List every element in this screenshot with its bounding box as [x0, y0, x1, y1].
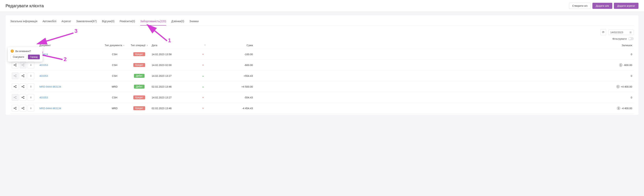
calendar-icon: ▦: [630, 31, 632, 34]
tabs: Загальна інформаціяАвтомобіліАгрегатЗамо…: [10, 20, 634, 26]
date-input[interactable]: 14/02/2023 ▦: [608, 30, 634, 35]
table-row: i403353CSHДебет14.02.2023 13:27▲+554.430: [10, 71, 634, 81]
table-row: i403424CSHКредит14.02.2023 13:58▼-100.00…: [10, 49, 634, 60]
row-action-node-2[interactable]: [20, 83, 26, 90]
doc-type-cell: CSH: [101, 71, 128, 81]
caret-down-icon: ▼: [202, 53, 204, 55]
popover-ok-button[interactable]: Гаразд: [28, 55, 40, 59]
annotation-3: 3: [74, 28, 78, 34]
col-date: Дата ▾: [150, 42, 211, 49]
svg-point-21: [22, 86, 22, 87]
tab[interactable]: Реквізити(0): [120, 20, 135, 25]
doc-type-cell: CSH: [101, 49, 128, 60]
tab[interactable]: Автомобілі: [42, 20, 56, 25]
row-action-node-1[interactable]: [12, 105, 18, 111]
doc-type-cell: CSH: [101, 92, 128, 103]
balance-cell: 0: [254, 49, 634, 60]
date-value: 14/02/2023: [610, 31, 623, 34]
popover-title: ! Ви впевнені?: [11, 49, 40, 53]
table-row: i403353CSHКредит14.02.2023 13:27▼-554.43…: [10, 92, 634, 103]
filter-toggle[interactable]: [628, 37, 634, 40]
svg-point-30: [14, 108, 14, 109]
popover-cancel-button[interactable]: Скасувати: [11, 55, 26, 59]
row-action-node-1[interactable]: [12, 83, 18, 90]
page-header: Редагувати клієнта Створити н/з Додати а…: [0, 0, 644, 12]
caret-up-icon: ▲: [202, 86, 204, 88]
cash-icon: $: [616, 85, 620, 88]
balance-cell: $-4 400.00: [254, 103, 634, 114]
balance-cell: 0: [254, 71, 634, 81]
table-row: iMRD-9444-963134MRDДебет02.02.2023 13:46…: [10, 81, 634, 92]
add-aggregate-button[interactable]: Додати агрегат: [614, 3, 638, 9]
svg-point-9: [22, 65, 22, 65]
tab[interactable]: Знижки: [189, 20, 198, 25]
col-balance: Залишок: [254, 42, 634, 49]
row-action-info[interactable]: i: [28, 83, 34, 90]
row-action-node-2[interactable]: [20, 94, 26, 101]
row-action-node-1: [12, 73, 18, 79]
document-link[interactable]: 403353: [40, 64, 48, 67]
debt-table: Документ Тип документа▾ Тип операції▾ Да…: [10, 42, 634, 114]
sum-cell: -600.00: [211, 60, 254, 71]
document-link[interactable]: 403353: [40, 96, 48, 99]
toolbar: ⟳ 14/02/2023 ▦: [10, 29, 634, 35]
row-action-info[interactable]: i: [28, 62, 34, 68]
doc-type-cell: CSH: [101, 60, 128, 71]
balance-cell: $-600.00: [254, 60, 634, 71]
page-title: Редагувати клієнта: [6, 3, 44, 8]
op-badge: Кредит: [133, 106, 145, 110]
svg-point-27: [22, 97, 22, 98]
cash-icon: $: [619, 63, 622, 67]
document-link[interactable]: MRD-9444-963134: [40, 85, 61, 88]
row-action-info[interactable]: i: [28, 105, 34, 111]
col-document: Документ: [38, 42, 101, 49]
sum-cell: +554.43: [211, 71, 254, 81]
op-badge: Дебет: [134, 85, 144, 89]
create-order-button[interactable]: Створити н/з: [569, 3, 591, 9]
row-action-info[interactable]: i: [28, 73, 34, 79]
add-car-button[interactable]: Додати а/м: [592, 3, 612, 9]
tab[interactable]: Дзвінки(0): [171, 20, 184, 25]
cash-icon: $: [617, 107, 620, 110]
balance-cell: $+4 400.00: [254, 81, 634, 92]
caret-up-icon: ▲: [202, 75, 204, 77]
table-row: i403353CSHКредит14.02.2023 02:00▼-600.00…: [10, 60, 634, 71]
row-action-node-2: [20, 62, 26, 68]
filter-icon[interactable]: ▾: [204, 44, 206, 46]
header-actions: Створити н/з Додати а/м Додати агрегат: [569, 3, 638, 9]
document-link[interactable]: 403353: [40, 74, 48, 77]
row-action-node-1[interactable]: [12, 62, 18, 68]
tab[interactable]: Загальна інформація: [10, 20, 38, 25]
sum-cell: -4 454.43: [211, 103, 254, 114]
doc-type-cell: MRD: [101, 103, 128, 114]
refresh-button[interactable]: ⟳: [600, 29, 606, 35]
row-action-node-2[interactable]: [20, 73, 26, 79]
document-link[interactable]: MRD-9444-963134: [40, 107, 61, 110]
date-cell: 14.02.2023 13:58▼: [150, 49, 211, 60]
confirm-popover: ! Ви впевнені? Скасувати Гаразд: [8, 47, 42, 62]
caret-down-icon: ▼: [202, 107, 204, 109]
date-cell: 02.02.2023 13:46▼: [150, 103, 211, 114]
sum-cell: -554.43: [211, 92, 254, 103]
caret-down-icon: ▼: [202, 97, 204, 98]
doc-type-cell: MRD: [101, 81, 128, 92]
filter-icon[interactable]: ▾: [123, 44, 124, 47]
op-badge: Кредит: [133, 96, 145, 99]
warning-icon: !: [11, 49, 14, 53]
tab[interactable]: Замовлення(87): [76, 20, 97, 25]
row-action-node-2[interactable]: [20, 105, 26, 111]
tab[interactable]: Відгуки(0): [102, 20, 114, 25]
op-badge: Дебет: [134, 74, 144, 78]
svg-point-33: [22, 108, 22, 109]
date-cell: 14.02.2023 02:00▼: [150, 60, 211, 71]
op-badge: Кредит: [133, 63, 145, 67]
svg-point-15: [22, 75, 22, 76]
col-sum: Сума: [211, 42, 254, 49]
tab[interactable]: Агрегат: [62, 20, 71, 25]
tab[interactable]: Заборгованість(220): [140, 20, 166, 25]
row-action-info[interactable]: i: [28, 94, 34, 101]
refresh-icon: ⟳: [602, 30, 604, 34]
filter-icon[interactable]: ▾: [147, 44, 148, 47]
op-badge: Кредит: [133, 52, 145, 56]
sum-cell: -100.00: [211, 49, 254, 60]
